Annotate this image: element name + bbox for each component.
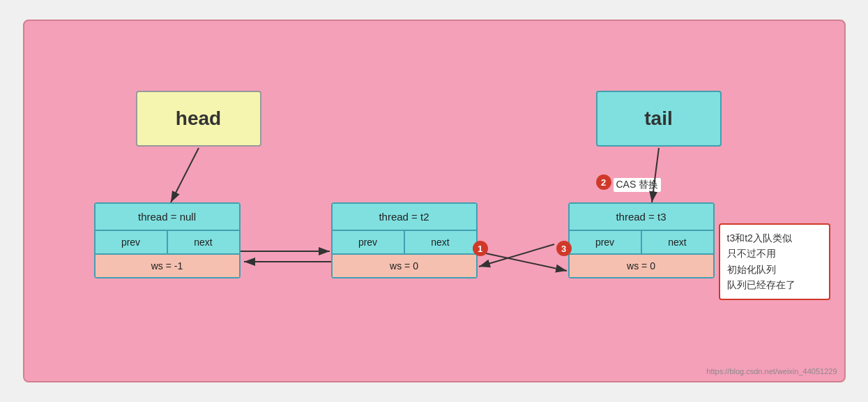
svg-line-2 [171, 148, 199, 202]
node-1-next: next [168, 231, 239, 253]
annotation-text: t3和t2入队类似只不过不用初始化队列队列已经存在了 [727, 232, 795, 290]
node-3-prev: prev [570, 231, 642, 253]
svg-line-6 [476, 251, 567, 271]
node-2-prevnext: prev next [333, 231, 476, 255]
head-label: head [176, 107, 221, 130]
node-2-thread: thread = t2 [333, 204, 476, 231]
node-1-thread: thread = null [96, 204, 239, 231]
node-3: thread = t3 prev next ws = 0 [568, 202, 715, 278]
tail-box: tail [596, 91, 722, 147]
arrows-svg [24, 21, 844, 381]
node-3-ws: ws = 0 [570, 255, 713, 277]
node-3-thread: thread = t3 [570, 204, 713, 231]
node-2-prev: prev [333, 231, 405, 253]
annotation-box: t3和t2入队类似只不过不用初始化队列队列已经存在了 [719, 223, 830, 300]
node-3-next: next [642, 231, 713, 253]
node-1-prev: prev [96, 231, 168, 253]
badge-2: 2 [596, 174, 611, 190]
node-1-prevnext: prev next [96, 231, 239, 255]
main-diagram-container: head tail thread = null prev next ws = -… [23, 20, 846, 382]
svg-line-3 [652, 148, 659, 202]
watermark: https://blog.csdn.net/weixin_44051229 [706, 367, 837, 375]
badge-3: 3 [556, 241, 572, 256]
tail-label: tail [644, 107, 672, 130]
node-2-next: next [405, 231, 476, 253]
svg-line-7 [479, 244, 554, 267]
node-3-prevnext: prev next [570, 231, 713, 255]
cas-label: CAS 替换 [614, 178, 662, 192]
badge-1: 1 [473, 241, 488, 256]
node-2: thread = t2 prev next ws = 0 [331, 202, 478, 278]
node-1-ws: ws = -1 [96, 255, 239, 277]
head-box: head [136, 91, 261, 147]
node-2-ws: ws = 0 [333, 255, 476, 277]
node-1: thread = null prev next ws = -1 [94, 202, 241, 278]
